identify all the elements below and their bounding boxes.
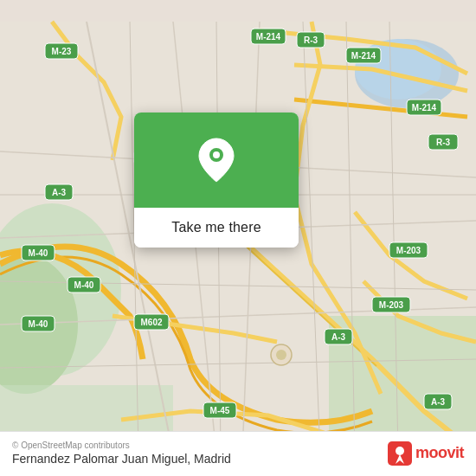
svg-text:M602: M602 — [140, 318, 162, 327]
moovit-text: moovit — [415, 444, 464, 462]
svg-text:M-214: M-214 — [256, 32, 281, 42]
svg-text:M-40: M-40 — [29, 319, 48, 329]
svg-text:M-203: M-203 — [396, 246, 421, 255]
svg-text:M-214: M-214 — [351, 51, 376, 61]
svg-text:A-3: A-3 — [331, 332, 346, 342]
bottom-left: © OpenStreetMap contributors Fernandez P… — [12, 441, 231, 466]
svg-text:R-3: R-3 — [304, 35, 318, 45]
bottom-bar: © OpenStreetMap contributors Fernandez P… — [0, 431, 476, 476]
svg-text:M-203: M-203 — [379, 300, 404, 310]
svg-text:M-40: M-40 — [74, 280, 94, 290]
svg-point-58 — [213, 151, 220, 158]
svg-text:M-23: M-23 — [52, 47, 72, 56]
svg-point-56 — [276, 350, 286, 360]
moovit-logo: moovit — [388, 441, 464, 466]
map-container: M-23 R-3 M-214 M-214 M-214 A-3 A-3 A-3 A… — [0, 0, 476, 476]
copyright-text: © OpenStreetMap contributors — [12, 441, 231, 450]
svg-text:R-3: R-3 — [436, 138, 451, 147]
svg-text:M-214: M-214 — [412, 103, 437, 113]
take-me-button[interactable]: Take me there — [134, 208, 299, 248]
svg-text:M-40: M-40 — [29, 248, 48, 258]
moovit-icon — [388, 441, 412, 466]
location-card: Take me there — [134, 113, 299, 248]
svg-text:M-45: M-45 — [210, 406, 230, 415]
location-name: Fernandez Palomar Juan Miguel, Madrid — [12, 452, 231, 466]
svg-text:A-3: A-3 — [431, 397, 446, 407]
location-pin-icon — [197, 137, 235, 183]
card-map-preview — [134, 113, 299, 208]
svg-point-60 — [396, 447, 404, 455]
svg-text:A-3: A-3 — [52, 188, 67, 197]
